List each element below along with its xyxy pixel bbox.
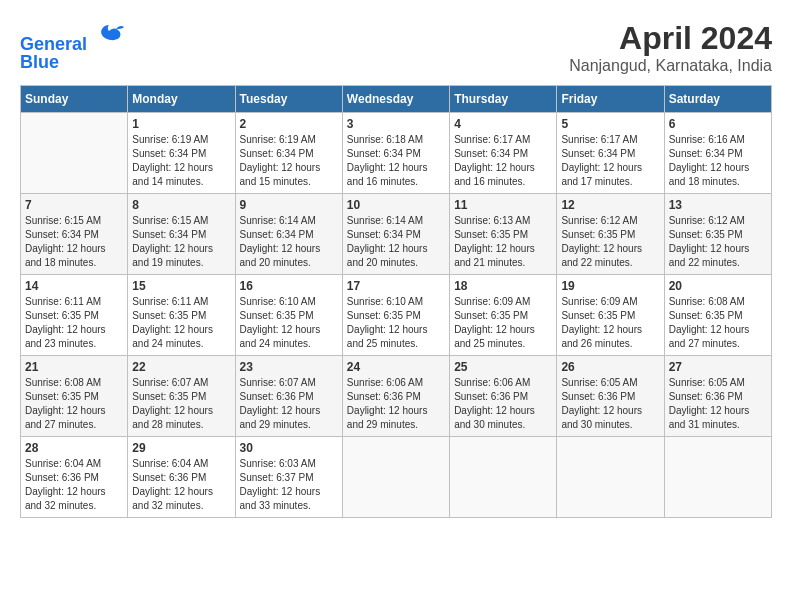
calendar-week-5: 28Sunrise: 6:04 AMSunset: 6:36 PMDayligh… — [21, 437, 772, 518]
day-info: Sunrise: 6:06 AMSunset: 6:36 PMDaylight:… — [454, 376, 552, 432]
calendar-cell: 3Sunrise: 6:18 AMSunset: 6:34 PMDaylight… — [342, 113, 449, 194]
logo-text: General — [20, 20, 124, 55]
page-header: General Blue April 2024 Nanjangud, Karna… — [20, 20, 772, 75]
calendar-cell: 10Sunrise: 6:14 AMSunset: 6:34 PMDayligh… — [342, 194, 449, 275]
day-info: Sunrise: 6:04 AMSunset: 6:36 PMDaylight:… — [25, 457, 123, 513]
calendar-header-saturday: Saturday — [664, 86, 771, 113]
day-number: 19 — [561, 279, 659, 293]
logo-bird-icon — [94, 20, 124, 50]
calendar-cell: 24Sunrise: 6:06 AMSunset: 6:36 PMDayligh… — [342, 356, 449, 437]
day-info: Sunrise: 6:09 AMSunset: 6:35 PMDaylight:… — [561, 295, 659, 351]
day-info: Sunrise: 6:12 AMSunset: 6:35 PMDaylight:… — [669, 214, 767, 270]
calendar-cell: 5Sunrise: 6:17 AMSunset: 6:34 PMDaylight… — [557, 113, 664, 194]
day-info: Sunrise: 6:13 AMSunset: 6:35 PMDaylight:… — [454, 214, 552, 270]
day-number: 23 — [240, 360, 338, 374]
day-info: Sunrise: 6:18 AMSunset: 6:34 PMDaylight:… — [347, 133, 445, 189]
day-info: Sunrise: 6:09 AMSunset: 6:35 PMDaylight:… — [454, 295, 552, 351]
day-number: 2 — [240, 117, 338, 131]
day-info: Sunrise: 6:05 AMSunset: 6:36 PMDaylight:… — [669, 376, 767, 432]
day-number: 13 — [669, 198, 767, 212]
logo-blue: Blue — [20, 53, 124, 73]
calendar-cell: 22Sunrise: 6:07 AMSunset: 6:35 PMDayligh… — [128, 356, 235, 437]
day-info: Sunrise: 6:17 AMSunset: 6:34 PMDaylight:… — [454, 133, 552, 189]
calendar-cell: 27Sunrise: 6:05 AMSunset: 6:36 PMDayligh… — [664, 356, 771, 437]
calendar-week-1: 1Sunrise: 6:19 AMSunset: 6:34 PMDaylight… — [21, 113, 772, 194]
logo-general: General — [20, 34, 87, 54]
day-info: Sunrise: 6:15 AMSunset: 6:34 PMDaylight:… — [132, 214, 230, 270]
calendar-cell: 15Sunrise: 6:11 AMSunset: 6:35 PMDayligh… — [128, 275, 235, 356]
title-block: April 2024 Nanjangud, Karnataka, India — [569, 20, 772, 75]
calendar-cell: 4Sunrise: 6:17 AMSunset: 6:34 PMDaylight… — [450, 113, 557, 194]
day-number: 20 — [669, 279, 767, 293]
calendar-table: SundayMondayTuesdayWednesdayThursdayFrid… — [20, 85, 772, 518]
day-number: 8 — [132, 198, 230, 212]
calendar-cell: 23Sunrise: 6:07 AMSunset: 6:36 PMDayligh… — [235, 356, 342, 437]
calendar-cell: 1Sunrise: 6:19 AMSunset: 6:34 PMDaylight… — [128, 113, 235, 194]
day-info: Sunrise: 6:03 AMSunset: 6:37 PMDaylight:… — [240, 457, 338, 513]
calendar-cell — [664, 437, 771, 518]
day-number: 25 — [454, 360, 552, 374]
day-info: Sunrise: 6:12 AMSunset: 6:35 PMDaylight:… — [561, 214, 659, 270]
calendar-header-friday: Friday — [557, 86, 664, 113]
day-number: 24 — [347, 360, 445, 374]
day-number: 3 — [347, 117, 445, 131]
calendar-cell: 2Sunrise: 6:19 AMSunset: 6:34 PMDaylight… — [235, 113, 342, 194]
calendar-cell: 17Sunrise: 6:10 AMSunset: 6:35 PMDayligh… — [342, 275, 449, 356]
day-info: Sunrise: 6:05 AMSunset: 6:36 PMDaylight:… — [561, 376, 659, 432]
day-info: Sunrise: 6:08 AMSunset: 6:35 PMDaylight:… — [669, 295, 767, 351]
main-title: April 2024 — [569, 20, 772, 57]
day-number: 18 — [454, 279, 552, 293]
day-info: Sunrise: 6:19 AMSunset: 6:34 PMDaylight:… — [132, 133, 230, 189]
day-number: 30 — [240, 441, 338, 455]
day-number: 12 — [561, 198, 659, 212]
calendar-cell: 20Sunrise: 6:08 AMSunset: 6:35 PMDayligh… — [664, 275, 771, 356]
day-info: Sunrise: 6:10 AMSunset: 6:35 PMDaylight:… — [240, 295, 338, 351]
day-number: 22 — [132, 360, 230, 374]
day-info: Sunrise: 6:11 AMSunset: 6:35 PMDaylight:… — [132, 295, 230, 351]
day-info: Sunrise: 6:16 AMSunset: 6:34 PMDaylight:… — [669, 133, 767, 189]
day-number: 17 — [347, 279, 445, 293]
day-info: Sunrise: 6:06 AMSunset: 6:36 PMDaylight:… — [347, 376, 445, 432]
day-number: 10 — [347, 198, 445, 212]
calendar-cell: 8Sunrise: 6:15 AMSunset: 6:34 PMDaylight… — [128, 194, 235, 275]
calendar-cell: 29Sunrise: 6:04 AMSunset: 6:36 PMDayligh… — [128, 437, 235, 518]
calendar-cell — [21, 113, 128, 194]
calendar-cell: 30Sunrise: 6:03 AMSunset: 6:37 PMDayligh… — [235, 437, 342, 518]
day-number: 16 — [240, 279, 338, 293]
calendar-cell: 7Sunrise: 6:15 AMSunset: 6:34 PMDaylight… — [21, 194, 128, 275]
day-info: Sunrise: 6:08 AMSunset: 6:35 PMDaylight:… — [25, 376, 123, 432]
calendar-cell: 18Sunrise: 6:09 AMSunset: 6:35 PMDayligh… — [450, 275, 557, 356]
calendar-cell — [342, 437, 449, 518]
calendar-cell: 19Sunrise: 6:09 AMSunset: 6:35 PMDayligh… — [557, 275, 664, 356]
day-info: Sunrise: 6:14 AMSunset: 6:34 PMDaylight:… — [240, 214, 338, 270]
calendar-cell: 12Sunrise: 6:12 AMSunset: 6:35 PMDayligh… — [557, 194, 664, 275]
day-number: 4 — [454, 117, 552, 131]
day-number: 6 — [669, 117, 767, 131]
calendar-header-wednesday: Wednesday — [342, 86, 449, 113]
day-number: 26 — [561, 360, 659, 374]
day-info: Sunrise: 6:07 AMSunset: 6:36 PMDaylight:… — [240, 376, 338, 432]
calendar-week-2: 7Sunrise: 6:15 AMSunset: 6:34 PMDaylight… — [21, 194, 772, 275]
calendar-cell: 11Sunrise: 6:13 AMSunset: 6:35 PMDayligh… — [450, 194, 557, 275]
logo: General Blue — [20, 20, 124, 73]
day-number: 28 — [25, 441, 123, 455]
calendar-cell: 25Sunrise: 6:06 AMSunset: 6:36 PMDayligh… — [450, 356, 557, 437]
day-info: Sunrise: 6:17 AMSunset: 6:34 PMDaylight:… — [561, 133, 659, 189]
calendar-cell: 13Sunrise: 6:12 AMSunset: 6:35 PMDayligh… — [664, 194, 771, 275]
calendar-header-monday: Monday — [128, 86, 235, 113]
calendar-header-sunday: Sunday — [21, 86, 128, 113]
day-number: 5 — [561, 117, 659, 131]
subtitle: Nanjangud, Karnataka, India — [569, 57, 772, 75]
calendar-cell: 9Sunrise: 6:14 AMSunset: 6:34 PMDaylight… — [235, 194, 342, 275]
calendar-week-3: 14Sunrise: 6:11 AMSunset: 6:35 PMDayligh… — [21, 275, 772, 356]
day-info: Sunrise: 6:11 AMSunset: 6:35 PMDaylight:… — [25, 295, 123, 351]
calendar-week-4: 21Sunrise: 6:08 AMSunset: 6:35 PMDayligh… — [21, 356, 772, 437]
day-info: Sunrise: 6:19 AMSunset: 6:34 PMDaylight:… — [240, 133, 338, 189]
calendar-cell — [557, 437, 664, 518]
calendar-cell: 6Sunrise: 6:16 AMSunset: 6:34 PMDaylight… — [664, 113, 771, 194]
day-number: 9 — [240, 198, 338, 212]
calendar-header-row: SundayMondayTuesdayWednesdayThursdayFrid… — [21, 86, 772, 113]
calendar-cell: 14Sunrise: 6:11 AMSunset: 6:35 PMDayligh… — [21, 275, 128, 356]
day-info: Sunrise: 6:10 AMSunset: 6:35 PMDaylight:… — [347, 295, 445, 351]
day-number: 1 — [132, 117, 230, 131]
